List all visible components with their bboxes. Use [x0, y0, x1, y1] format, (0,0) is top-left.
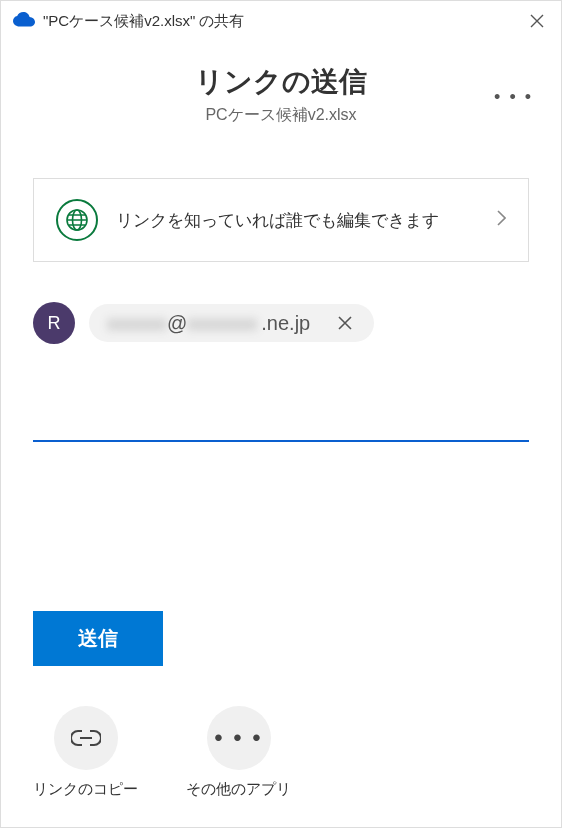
recipient-avatar: R	[33, 302, 75, 344]
remove-recipient-icon[interactable]	[332, 310, 358, 336]
avatar-initial: R	[48, 313, 61, 334]
other-apps-button[interactable]: • • • その他のアプリ	[186, 706, 291, 799]
dialog-title: リンクの送信	[1, 63, 561, 101]
close-icon[interactable]	[525, 9, 549, 33]
chevron-right-icon	[497, 210, 506, 231]
recipient-domain-suffix: .ne.jp	[261, 312, 310, 335]
dialog-header: リンクの送信 PCケース候補v2.xlsx • • •	[1, 41, 561, 136]
other-apps-label: その他のアプリ	[186, 780, 291, 799]
permission-row[interactable]: リンクを知っていれば誰でも編集できます	[33, 178, 529, 262]
link-icon	[54, 706, 118, 770]
recipient-local-masked: xxxxxx	[107, 312, 167, 335]
copy-link-button[interactable]: リンクのコピー	[33, 706, 138, 799]
onedrive-icon	[13, 12, 35, 30]
window-title: "PCケース候補v2.xlsx" の共有	[43, 12, 525, 31]
copy-link-label: リンクのコピー	[33, 780, 138, 799]
recipient-chip[interactable]: xxxxxx @ xxxxxxx .ne.jp	[89, 304, 374, 342]
action-row: リンクのコピー • • • その他のアプリ	[33, 706, 529, 827]
message-input[interactable]	[33, 406, 529, 442]
dialog-subtitle: PCケース候補v2.xlsx	[1, 105, 561, 126]
more-options-icon[interactable]: • • •	[494, 87, 533, 108]
send-button[interactable]: 送信	[33, 611, 163, 666]
recipient-host-masked: xxxxxxx	[187, 312, 257, 335]
titlebar: "PCケース候補v2.xlsx" の共有	[1, 1, 561, 41]
recipient-row: R xxxxxx @ xxxxxxx .ne.jp	[33, 302, 529, 344]
permission-text: リンクを知っていれば誰でも編集できます	[116, 209, 497, 232]
globe-icon	[56, 199, 98, 241]
more-apps-icon: • • •	[207, 706, 271, 770]
recipient-at: @	[167, 312, 187, 335]
